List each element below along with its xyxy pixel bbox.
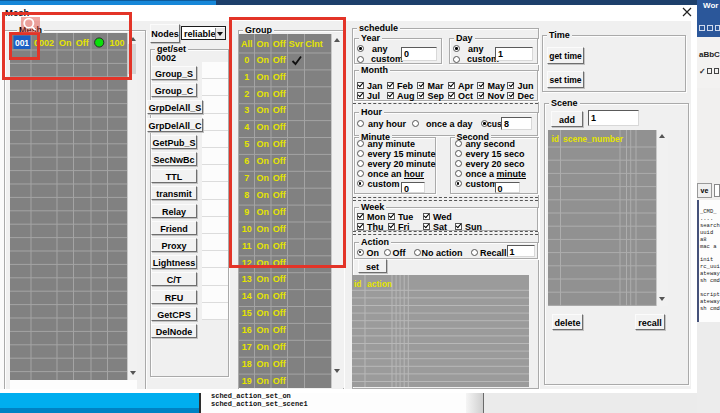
svg-text:On: On bbox=[256, 308, 269, 318]
svg-text:6: 6 bbox=[244, 156, 249, 166]
svg-text:19: 19 bbox=[241, 375, 251, 385]
svg-text:Off: Off bbox=[272, 122, 286, 132]
svg-text:action: action bbox=[367, 279, 392, 289]
svg-text:Off: Off bbox=[272, 375, 286, 385]
svg-text:Off: Off bbox=[76, 38, 90, 48]
svg-text:0002: 0002 bbox=[34, 38, 54, 48]
svg-text:13: 13 bbox=[241, 274, 251, 284]
svg-text:1: 1 bbox=[244, 71, 249, 81]
svg-text:18: 18 bbox=[241, 358, 251, 368]
svg-text:9: 9 bbox=[244, 206, 249, 216]
svg-text:On: On bbox=[256, 325, 269, 335]
svg-text:On: On bbox=[256, 54, 269, 64]
svg-text:On: On bbox=[256, 274, 269, 284]
svg-text:On: On bbox=[256, 156, 269, 166]
svg-text:8: 8 bbox=[244, 189, 249, 199]
svg-text:On: On bbox=[256, 375, 269, 385]
svg-text:100: 100 bbox=[109, 38, 124, 48]
svg-text:Off: Off bbox=[272, 88, 286, 98]
svg-text:On: On bbox=[256, 223, 269, 233]
svg-text:On: On bbox=[256, 105, 269, 115]
svg-text:Off: Off bbox=[272, 54, 286, 64]
svg-text:scene_number: scene_number bbox=[563, 134, 624, 144]
svg-text:Off: Off bbox=[272, 189, 286, 199]
svg-text:12: 12 bbox=[241, 257, 251, 267]
svg-text:4: 4 bbox=[244, 122, 249, 132]
svg-text:On: On bbox=[256, 173, 269, 183]
svg-text:Off: Off bbox=[272, 105, 286, 115]
svg-text:Off: Off bbox=[272, 308, 286, 318]
svg-text:Off: Off bbox=[272, 325, 286, 335]
svg-text:17: 17 bbox=[241, 342, 251, 352]
svg-text:10: 10 bbox=[241, 223, 251, 233]
svg-text:Off: Off bbox=[272, 173, 286, 183]
svg-text:On: On bbox=[256, 257, 269, 267]
svg-text:Off: Off bbox=[272, 139, 286, 149]
svg-text:On: On bbox=[256, 39, 269, 49]
svg-text:id: id bbox=[354, 279, 362, 289]
svg-text:On: On bbox=[256, 122, 269, 132]
svg-text:On: On bbox=[59, 38, 72, 48]
svg-text:On: On bbox=[256, 358, 269, 368]
svg-text:15: 15 bbox=[241, 308, 251, 318]
svg-text:Off: Off bbox=[272, 39, 286, 49]
svg-text:001: 001 bbox=[15, 38, 29, 48]
svg-text:All: All bbox=[240, 39, 252, 49]
svg-text:Off: Off bbox=[272, 257, 286, 267]
svg-text:On: On bbox=[256, 291, 269, 301]
svg-text:Off: Off bbox=[272, 274, 286, 284]
svg-text:On: On bbox=[256, 206, 269, 216]
svg-text:Off: Off bbox=[272, 206, 286, 216]
svg-text:Svr: Svr bbox=[288, 39, 303, 49]
svg-text:7: 7 bbox=[244, 173, 249, 183]
svg-text:2: 2 bbox=[244, 88, 249, 98]
svg-text:Off: Off bbox=[272, 71, 286, 81]
svg-text:Clnt: Clnt bbox=[305, 39, 323, 49]
svg-text:11: 11 bbox=[241, 240, 251, 250]
svg-text:Off: Off bbox=[272, 240, 286, 250]
svg-text:14: 14 bbox=[241, 291, 251, 301]
svg-text:On: On bbox=[256, 88, 269, 98]
svg-text:On: On bbox=[256, 240, 269, 250]
svg-text:On: On bbox=[256, 139, 269, 149]
svg-text:5: 5 bbox=[244, 139, 249, 149]
svg-text:Off: Off bbox=[272, 342, 286, 352]
svg-text:id: id bbox=[552, 134, 560, 144]
svg-text:16: 16 bbox=[241, 325, 251, 335]
svg-text:On: On bbox=[256, 342, 269, 352]
svg-text:Off: Off bbox=[272, 223, 286, 233]
svg-text:Off: Off bbox=[272, 358, 286, 368]
svg-text:On: On bbox=[256, 71, 269, 81]
svg-text:Off: Off bbox=[272, 156, 286, 166]
svg-text:3: 3 bbox=[244, 105, 249, 115]
svg-text:0: 0 bbox=[244, 54, 249, 64]
svg-text:On: On bbox=[256, 189, 269, 199]
svg-text:Off: Off bbox=[272, 291, 286, 301]
